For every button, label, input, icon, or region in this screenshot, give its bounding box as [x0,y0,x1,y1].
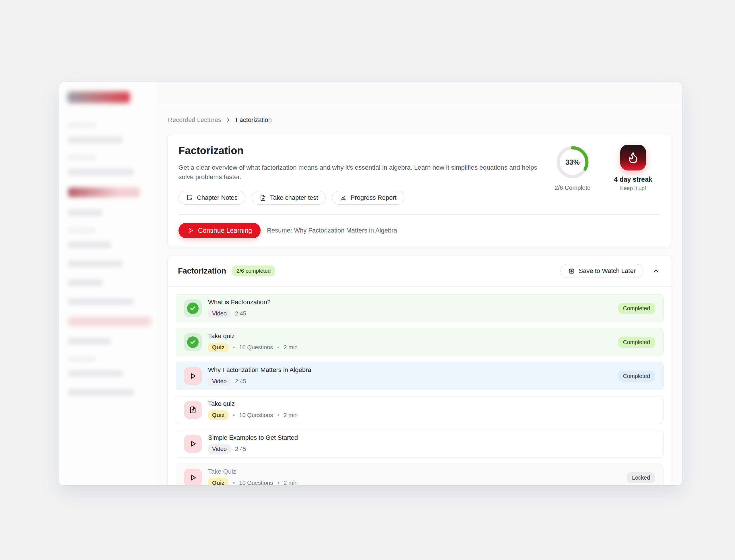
lesson-row-take-quiz-2[interactable]: Take quiz Quiz • 10 Questions • 2 min [176,396,664,424]
chevron-up-icon [652,267,660,275]
play-icon [184,469,202,485]
breadcrumb: Recorded Lectures Factorization [168,116,672,124]
sidebar [59,82,157,485]
time-text: 2 min [284,412,298,418]
streak-title: 4 day streak [614,176,652,183]
take-chapter-test-label: Take chapter test [270,194,318,201]
sidebar-item-blurred[interactable] [68,317,151,326]
playlist-progress-badge: 2/6 completed [232,266,275,276]
lesson-row-why-factorization-matters[interactable]: Why Factorization Matters in Algebra Vid… [176,362,664,390]
duration-text: 2:45 [235,446,246,452]
progress-percent: 33% [555,145,590,180]
lesson-title: Take Quiz [208,468,298,475]
sidebar-section-label [68,155,96,160]
sidebar-section-label [68,357,96,361]
type-badge-quiz: Quiz [208,478,228,485]
take-chapter-test-button[interactable]: Take chapter test [252,191,326,205]
top-header-bar [157,82,682,105]
sidebar-section-label [68,123,96,128]
status-badge: Completed [618,303,655,314]
chapter-notes-button[interactable]: Chapter Notes [179,191,245,205]
type-badge-quiz: Quiz [208,410,228,420]
lesson-row-simple-examples[interactable]: Simple Examples to Get Started Video 2:4… [176,430,664,458]
dot-separator: • [277,344,279,351]
flame-icon [620,145,646,170]
dot-separator: • [233,412,235,418]
play-icon [184,367,202,385]
sidebar-item-blurred[interactable] [68,260,123,267]
page-title: Factorization [179,145,551,157]
lesson-list: What is Factorization? Video 2:45 Comple… [168,287,672,485]
dot-separator: • [277,480,279,485]
streak-widget: 4 day streak Keep it up! [610,145,656,191]
divider [179,214,660,215]
play-icon [184,435,202,453]
progress-report-button[interactable]: Progress Report [332,191,404,205]
chart-icon [340,194,347,201]
type-badge-video: Video [208,377,231,386]
progress-caption: 2/6 Complete [555,184,591,191]
main-content: Recorded Lectures Factorization Factoriz… [157,82,682,485]
questions-text: 10 Questions [239,480,273,485]
dot-separator: • [277,412,279,418]
questions-text: 10 Questions [239,412,273,418]
duration-text: 2:45 [235,310,246,317]
streak-subtitle: Keep it up! [620,185,646,191]
continue-learning-label: Continue Learning [198,227,252,235]
notebook-icon [186,194,193,201]
sidebar-item-blurred[interactable] [68,241,111,248]
sidebar-item-blurred[interactable] [68,338,111,345]
lesson-title: Take quiz [208,400,298,408]
save-to-watch-later-label: Save to Watch Later [579,267,636,275]
lesson-row-take-quiz-locked[interactable]: Take Quiz Quiz • 10 Questions • 2 min Lo… [176,464,664,485]
playlist-title: Factorization [178,267,226,276]
completed-check-icon [184,333,202,351]
time-text: 2 min [284,344,298,351]
questions-text: 10 Questions [239,344,273,351]
sidebar-item-blurred[interactable] [68,279,102,286]
progress-ring: 33% 2/6 Complete [551,145,594,191]
type-badge-video: Video [208,444,231,454]
breadcrumb-parent[interactable]: Recorded Lectures [168,116,221,124]
lesson-row-take-quiz-1[interactable]: Take quiz Quiz • 10 Questions • 2 min Co… [176,328,664,356]
collapse-section-button[interactable] [651,266,661,276]
sidebar-item-blurred[interactable] [68,389,134,396]
status-badge: Completed [618,337,655,348]
sidebar-item-blurred[interactable] [68,136,123,143]
watch-later-icon [568,268,575,274]
resume-text: Resume: Why Factorization Matters in Alg… [267,227,397,234]
quiz-file-icon [184,401,202,419]
save-to-watch-later-button[interactable]: Save to Watch Later [561,264,643,278]
chapter-notes-label: Chapter Notes [197,194,238,201]
chevron-right-icon [225,117,232,123]
sidebar-section-label [68,228,96,233]
lesson-title: Why Factorization Matters in Algebra [208,366,311,374]
sidebar-item-blurred[interactable] [68,298,134,305]
lesson-title: What is Factorization? [208,299,271,306]
type-badge-video: Video [208,309,231,318]
file-test-icon [259,194,266,201]
continue-learning-button[interactable]: Continue Learning [179,223,261,238]
progress-report-label: Progress Report [350,194,396,201]
sidebar-item-blurred[interactable] [68,370,123,377]
dot-separator: • [233,480,235,485]
app-window: Recorded Lectures Factorization Factoriz… [59,82,682,485]
course-overview-card: Factorization Get a clear overview of wh… [167,134,672,247]
sidebar-item-blurred[interactable] [68,209,102,216]
status-badge: Completed [618,371,655,382]
course-description: Get a clear overview of what factorizati… [179,163,551,182]
play-icon [187,227,194,234]
duration-text: 2:45 [235,378,246,385]
type-badge-quiz: Quiz [208,343,228,352]
lesson-row-what-is-factorization[interactable]: What is Factorization? Video 2:45 Comple… [176,294,664,322]
playlist-card: Factorization 2/6 completed Save to Watc… [167,255,672,485]
lesson-title: Simple Examples to Get Started [208,434,298,441]
sidebar-item-blurred[interactable] [68,168,134,175]
sidebar-item-active-recorded-lectures[interactable] [68,187,140,197]
dot-separator: • [233,344,235,351]
completed-check-icon [184,299,202,317]
lesson-title: Take quiz [208,332,298,340]
breadcrumb-current: Factorization [236,116,272,124]
status-badge: Locked [627,472,655,483]
time-text: 2 min [284,480,298,485]
